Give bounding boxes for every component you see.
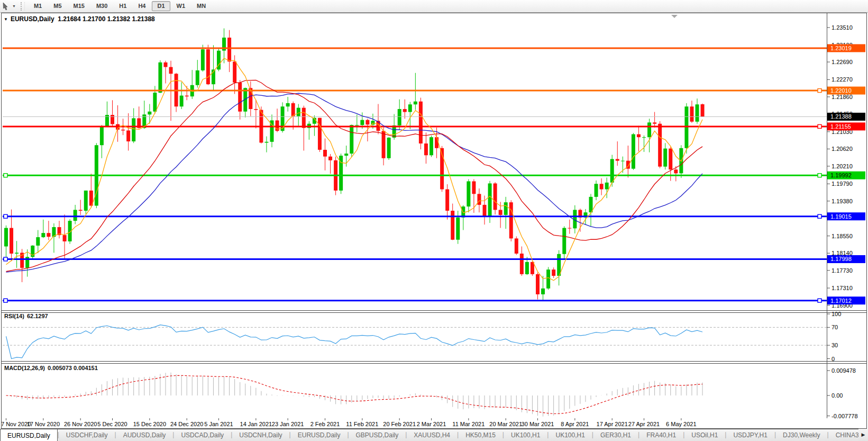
svg-text:1.23019: 1.23019 [830, 45, 852, 51]
svg-text:1.19380: 1.19380 [832, 198, 853, 204]
svg-text:1.21388: 1.21388 [830, 113, 852, 120]
symbol-tab-hk50-m15[interactable]: HK50,M15 [459, 429, 502, 441]
svg-text:15 Dec 2020: 15 Dec 2020 [133, 421, 166, 427]
svg-text:5 Jan 2021: 5 Jan 2021 [204, 421, 233, 427]
svg-text:1.21155: 1.21155 [830, 123, 851, 130]
right-arrow-icon: ▶ [862, 432, 865, 437]
svg-text:20 Mar 2021: 20 Mar 2021 [489, 421, 522, 427]
svg-text:1.18550: 1.18550 [832, 233, 853, 239]
svg-text:30 Mar 2021: 30 Mar 2021 [522, 421, 554, 427]
timeframe-button-mn[interactable]: MN [191, 1, 211, 11]
symbol-tab-eurusd-daily[interactable]: EURUSD,Daily [291, 429, 348, 441]
macd-values: 0.005073 0.004151 [48, 365, 98, 371]
svg-text:6 May 2021: 6 May 2021 [666, 421, 696, 427]
chart-title: ▼EURUSD,Daily 1.21684 1.21700 1.21382 1.… [4, 15, 155, 23]
symbol-tab-ger30-h1[interactable]: GER30,H1 [593, 429, 638, 441]
svg-text:23 Jan 2021: 23 Jan 2021 [272, 421, 304, 427]
svg-text:70: 70 [832, 324, 838, 330]
macd-label: MACD(12,26,9) [4, 365, 45, 371]
timeframe-button-h4[interactable]: H4 [133, 1, 151, 11]
toolbar: ▼ M1M5M15M30H1H4D1W1MN [0, 0, 868, 13]
rsi-label: RSI(14) [4, 313, 24, 319]
svg-text:0.00: 0.00 [832, 392, 843, 399]
svg-text:26 Nov 2020: 26 Nov 2020 [64, 421, 97, 427]
rsi-value: 62.1297 [27, 313, 48, 319]
svg-text:17 Nov 2020: 17 Nov 2020 [27, 421, 60, 427]
chart-ohlc-values: 1.21684 1.21700 1.21382 1.21388 [58, 15, 155, 23]
svg-text:11 Feb 2021: 11 Feb 2021 [346, 421, 378, 427]
svg-text:24 Dec 2020: 24 Dec 2020 [170, 421, 203, 427]
svg-text:8 Apr 2021: 8 Apr 2021 [561, 421, 589, 427]
timeframe-button-d1[interactable]: D1 [152, 1, 170, 11]
rsi-pane-label: RSI(14)62.1297 [4, 313, 51, 319]
chart-menu-icon[interactable]: ▼ [4, 17, 8, 22]
timeframe-button-m1[interactable]: M1 [29, 1, 47, 11]
chart-symbol-period: EURUSD,Daily [11, 15, 54, 23]
symbol-tab-dj30-weekly[interactable]: DJ30,Weekly [776, 429, 827, 441]
symbol-tab-bar: EURUSD,Daily|USDCHF,Daily|AUDUSD,Daily|U… [0, 429, 868, 441]
svg-text:1.22270: 1.22270 [832, 76, 853, 83]
symbol-tab-uk100-h1[interactable]: UK100,H1 [549, 429, 591, 441]
symbol-tab-uk100-h1[interactable]: UK100,H1 [504, 429, 547, 441]
svg-text:0: 0 [832, 356, 835, 362]
svg-text:1.17730: 1.17730 [832, 267, 853, 274]
svg-text:2 Mar 2021: 2 Mar 2021 [417, 421, 446, 427]
svg-text:1.17310: 1.17310 [832, 285, 853, 291]
svg-text:14 Jan 2021: 14 Jan 2021 [240, 421, 272, 427]
svg-text:100: 100 [832, 311, 841, 317]
svg-text:1.23510: 1.23510 [832, 24, 853, 31]
svg-text:1.20620: 1.20620 [832, 146, 853, 152]
timeframe-button-group: M1M5M15M30H1H4D1W1MN [28, 1, 212, 11]
svg-text:27 Apr 2021: 27 Apr 2021 [628, 421, 660, 427]
symbol-tab-usdchf-daily[interactable]: USDCHF,Daily [59, 429, 115, 441]
macd-pane-label: MACD(12,26,9)0.005073 0.004151 [4, 365, 100, 371]
svg-text:1.19992: 1.19992 [830, 172, 852, 178]
symbol-tab-usdcad-daily[interactable]: USDCAD,Daily [174, 429, 231, 441]
timeframe-button-m30[interactable]: M30 [91, 1, 113, 11]
svg-text:0.009478: 0.009478 [832, 367, 856, 374]
symbol-tab-usoil-h1[interactable]: USOil,H1 [684, 429, 725, 441]
svg-text:1.20210: 1.20210 [832, 163, 853, 169]
symbol-tab-xauusd-h4[interactable]: XAUUSD,H4 [407, 429, 457, 441]
symbol-tab-audusd-daily[interactable]: AUDUSD,Daily [116, 429, 173, 441]
timeframe-button-h1[interactable]: H1 [114, 1, 132, 11]
timeframe-button-m5[interactable]: M5 [48, 1, 67, 11]
svg-text:5 Dec 2020: 5 Dec 2020 [97, 421, 127, 427]
symbol-tab-fra40-h1[interactable]: FRA40,H1 [639, 429, 683, 441]
svg-text:20 Feb 2021: 20 Feb 2021 [383, 421, 416, 427]
svg-text:1.22010: 1.22010 [830, 87, 852, 94]
svg-text:17 Apr 2021: 17 Apr 2021 [597, 421, 628, 427]
symbol-tab-eurusd-daily[interactable]: EURUSD,Daily [0, 429, 58, 441]
svg-text:1.21860: 1.21860 [832, 94, 853, 100]
timeframe-button-m15[interactable]: M15 [68, 1, 90, 11]
svg-text:-0.007778: -0.007778 [832, 413, 858, 419]
svg-text:2 Feb 2021: 2 Feb 2021 [310, 421, 340, 427]
symbol-tab-usdcnh-daily[interactable]: USDCNH,Daily [232, 429, 289, 441]
svg-text:11 Mar 2021: 11 Mar 2021 [452, 421, 485, 427]
svg-text:1.19015: 1.19015 [830, 213, 852, 220]
tab-scroll-right-button[interactable]: ▶ [858, 429, 868, 441]
chart-pointer-icon[interactable] [1, 2, 12, 11]
timeframe-button-w1[interactable]: W1 [171, 1, 191, 11]
trading-app-window: 1.235101.231001.226901.222701.218601.214… [0, 0, 868, 441]
svg-text:1.19790: 1.19790 [832, 181, 853, 187]
symbol-tab-usdjpy-h1[interactable]: USDJPY,H1 [726, 429, 774, 441]
symbol-tab-gbpusd-daily[interactable]: GBPUSD,Daily [349, 429, 406, 441]
svg-text:30: 30 [832, 342, 838, 348]
toolbar-grip[interactable] [21, 2, 25, 11]
svg-text:1.22690: 1.22690 [832, 59, 853, 65]
svg-text:1.17012: 1.17012 [830, 298, 852, 304]
chart-canvas[interactable]: 1.235101.231001.226901.222701.218601.214… [0, 0, 868, 441]
svg-text:1.17998: 1.17998 [830, 256, 852, 262]
chevron-down-icon[interactable]: ▼ [12, 4, 16, 8]
